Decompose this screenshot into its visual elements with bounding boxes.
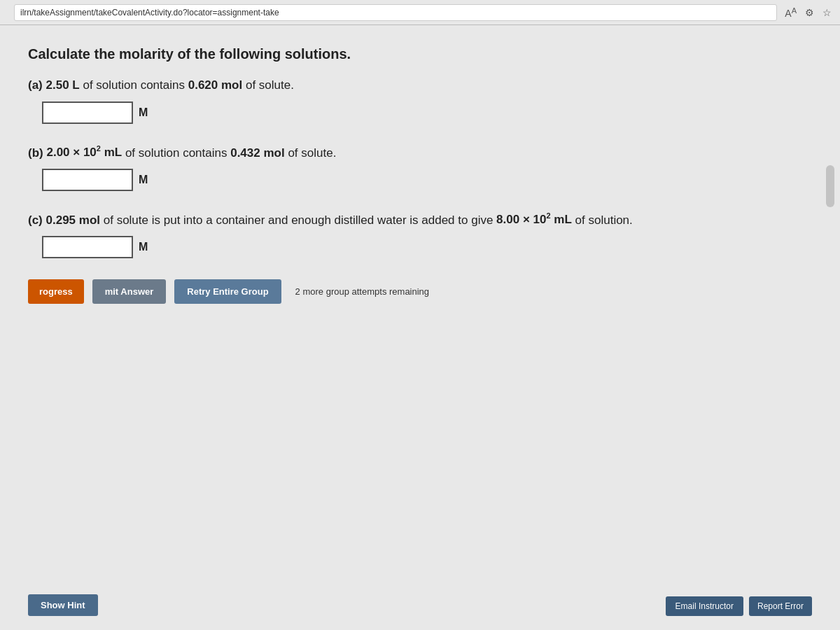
answer-c-input[interactable]: [42, 236, 133, 258]
submit-label: mit Answer: [105, 286, 154, 297]
show-hint-button[interactable]: Show Hint: [28, 594, 98, 616]
question-c-label: (c) 0.295 mol of solute is put into a co…: [28, 211, 812, 229]
answer-c-unit: M: [139, 241, 148, 253]
answer-b-input[interactable]: [42, 169, 133, 191]
bottom-area: Show Hint Email Instructor Report Error: [0, 594, 840, 616]
retry-entire-group-button[interactable]: Retry Entire Group: [174, 279, 281, 304]
question-c-answer-row: M: [42, 236, 812, 258]
url-bar: ilrn/takeAssignment/takeCovalentActivity…: [14, 4, 777, 21]
progress-label: rogress: [39, 286, 73, 297]
bottom-right-buttons: Email Instructor Report Error: [666, 596, 812, 616]
url-text: ilrn/takeAssignment/takeCovalentActivity…: [20, 8, 279, 18]
question-b-answer-row: M: [42, 169, 812, 191]
question-a-prefix: (a): [28, 78, 43, 92]
email-instructor-button[interactable]: Email Instructor: [666, 596, 743, 616]
question-b-label: (b) 2.00 × 102 mL of solution contains 0…: [28, 144, 812, 162]
attempts-remaining-text: 2 more group attempts remaining: [295, 286, 429, 297]
browser-icons: AA ⚙ ☆: [785, 6, 832, 19]
content-area: Calculate the molarity of the following …: [0, 25, 840, 630]
buttons-area: rogress mit Answer Retry Entire Group 2 …: [28, 279, 812, 304]
question-a-answer-row: M: [42, 102, 812, 124]
question-c-text: 0.295 mol of solute is put into a contai…: [46, 213, 633, 226]
report-label: Report Error: [757, 601, 804, 611]
font-size-icon: AA: [785, 6, 797, 19]
show-hint-label: Show Hint: [41, 600, 85, 610]
scrollbar[interactable]: [826, 165, 834, 207]
retry-label: Retry Entire Group: [187, 286, 268, 297]
settings-icon[interactable]: ⚙: [805, 7, 814, 18]
answer-b-unit: M: [139, 174, 148, 186]
browser-bar: ilrn/takeAssignment/takeCovalentActivity…: [0, 0, 840, 25]
question-b-prefix: (b): [28, 146, 43, 159]
question-c: (c) 0.295 mol of solute is put into a co…: [28, 211, 812, 258]
email-instructor-label: Email Instructor: [676, 601, 734, 611]
answer-a-input[interactable]: [42, 102, 133, 124]
answer-a-unit: M: [139, 106, 148, 119]
question-a-label: (a) 2.50 L of solution contains 0.620 mo…: [28, 76, 812, 94]
report-error-button[interactable]: Report Error: [749, 596, 812, 616]
question-a: (a) 2.50 L of solution contains 0.620 mo…: [28, 76, 812, 124]
question-b-text: 2.00 × 102 mL of solution contains 0.432…: [46, 146, 336, 159]
submit-answer-button[interactable]: mit Answer: [92, 279, 167, 304]
question-b: (b) 2.00 × 102 mL of solution contains 0…: [28, 144, 812, 191]
question-c-prefix: (c): [28, 213, 43, 226]
star-icon[interactable]: ☆: [822, 7, 832, 18]
page-title: Calculate the molarity of the following …: [28, 46, 812, 62]
progress-button[interactable]: rogress: [28, 279, 84, 304]
question-a-text: 2.50 L of solution contains 0.620 mol of…: [46, 78, 294, 92]
